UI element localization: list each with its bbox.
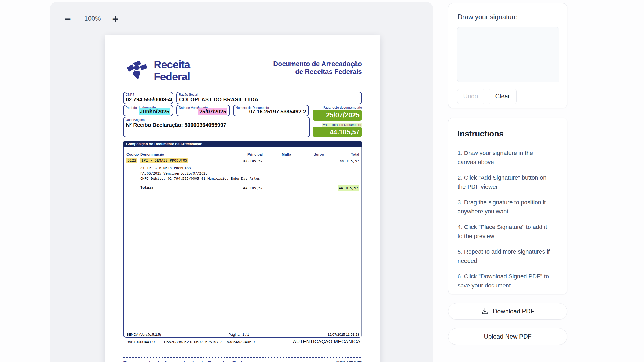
upload-new-pdf-label: Upload New PDF	[484, 333, 532, 340]
field-razao-social: Razão Social COLOPLAST DO BRASIL LTDA	[176, 92, 362, 104]
zoom-out-button[interactable]: −	[60, 11, 76, 27]
row-detail: PA:06/2025 Vencimento:25/07/2025	[140, 171, 207, 175]
field-data-vencimento: Data de Vencimento 25/07/2025	[176, 105, 230, 116]
field-observacoes: Observações Nº Recibo Declaração: 500003…	[123, 117, 310, 137]
instruction-step: 5. Repeat to add more signatures if need…	[458, 247, 551, 265]
field-label: CNPJ	[126, 93, 134, 97]
row-total: 44.105,57	[324, 159, 359, 163]
download-icon	[481, 308, 489, 315]
pagar-ate-badge: 25/07/2025	[313, 110, 362, 121]
logo-text: Receita Federal	[154, 59, 225, 83]
col-header-juros: Juros	[297, 152, 324, 156]
app-version: SENDA (Versão:5.2.5)	[126, 333, 161, 337]
pagar-ate-label: Pagar este documento até	[293, 106, 362, 109]
plus-icon: +	[112, 13, 118, 25]
col-header-total: Total	[324, 152, 359, 156]
composicao-table: Código Denominação Principal Multa Juros…	[123, 147, 362, 338]
col-header-multa: Multa	[264, 152, 291, 156]
totais-label: Totais	[140, 185, 153, 190]
instruction-step: 1. Draw your signature in the canvas abo…	[458, 149, 551, 167]
download-pdf-label: Download PDF	[493, 308, 535, 315]
cut-line	[123, 357, 362, 358]
undo-button[interactable]: Undo	[457, 89, 484, 104]
row-principal: 44.105,57	[230, 159, 263, 163]
barcode-number: 53854922405 9	[227, 339, 255, 344]
barcode-number: 05570385252 0	[164, 339, 192, 344]
field-value: 07.16.25197.5385492-2	[236, 109, 306, 115]
instructions-card: Instructions 1. Draw your signature in t…	[448, 118, 567, 294]
row-denominacao: IPI - DEMAIS PRODUTOS	[140, 158, 188, 162]
field-value: 02.794.555/0003-40	[126, 97, 170, 103]
row-codigo: 5123	[126, 158, 137, 162]
authentication-row: 85870000441 9 05570385252 0 06071625197 …	[123, 339, 362, 346]
page-indicator: Página: 1 / 1	[229, 333, 249, 337]
instruction-step: 4. Click "Place Signature" to add it to …	[458, 223, 551, 241]
document-footer: SENDA (Versão:5.2.5) Página: 1 / 1 16/07…	[124, 331, 361, 338]
field-cnpj: CNPJ 02.794.555/0003-40	[123, 92, 173, 104]
col-header-denominacao: Denominação	[140, 152, 164, 156]
clear-button[interactable]: Clear	[489, 89, 517, 104]
document-title: Documento de Arrecadação de Receitas Fed…	[245, 60, 362, 76]
zoom-level: 100%	[80, 15, 105, 22]
totais-total: 44.105,57	[324, 186, 359, 190]
document-header: Receita Federal	[123, 57, 225, 84]
instruction-step: 2. Click "Add Signature" button on the P…	[458, 173, 551, 191]
col-header-codigo: Código	[126, 152, 139, 156]
field-label: Razão Social	[179, 93, 198, 97]
valor-total-badge: 44.105,57	[313, 127, 362, 137]
field-value: COLOPLAST DO BRASIL LTDA	[179, 97, 359, 103]
field-value: 25/07/2025	[179, 109, 227, 115]
field-value: Junho/2025	[126, 109, 170, 115]
instruction-step: 3. Drag the signature to position it any…	[458, 198, 551, 216]
totais-principal: 44.105,57	[230, 186, 263, 190]
signature-title: Draw your signature	[458, 13, 518, 21]
signature-card: Draw your signature Undo Clear	[448, 3, 567, 108]
zoom-in-button[interactable]: +	[107, 11, 123, 27]
signature-canvas[interactable]	[457, 27, 559, 82]
valor-total-label: Valor Total do Documento	[293, 123, 362, 127]
composicao-bar: Composição do Documento de Arrecadação	[123, 141, 362, 147]
field-label: Observações	[126, 118, 145, 122]
row-detail: CNPJ Débito: 02.794.555/0005-01 Municípi…	[140, 176, 260, 180]
barcode-number: 85870000441 9	[127, 339, 155, 344]
barcode-number: 06071625197 7	[194, 339, 222, 344]
col-header-principal: Principal	[230, 152, 263, 156]
next-page-title: Documento de Arrecadação de Receitas Fed…	[123, 360, 255, 362]
minus-icon: −	[64, 13, 71, 25]
row-detail: 01 IPI - DEMAIS PRODUTOS	[140, 166, 191, 170]
receita-federal-logo-icon	[123, 57, 150, 84]
field-periodo-apuracao: Período de Apuração Junho/2025	[123, 105, 173, 116]
next-page-pix-label: Pague com o PIX	[317, 360, 362, 362]
timestamp: 16/07/2025 11:51:28	[328, 333, 359, 337]
instructions-title: Instructions	[458, 129, 551, 138]
field-value: Nº Recibo Declaração: 50000364055997	[126, 122, 307, 128]
download-pdf-button[interactable]: Download PDF	[448, 303, 567, 320]
pdf-page: Receita Federal Documento de Arrecadação…	[105, 35, 380, 362]
instruction-step: 6. Click "Download Signed PDF" to save y…	[458, 272, 551, 290]
upload-new-pdf-button[interactable]: Upload New PDF	[448, 328, 567, 345]
autenticacao-mecanica-label: AUTENTICAÇÃO MECÂNICA	[293, 339, 360, 345]
